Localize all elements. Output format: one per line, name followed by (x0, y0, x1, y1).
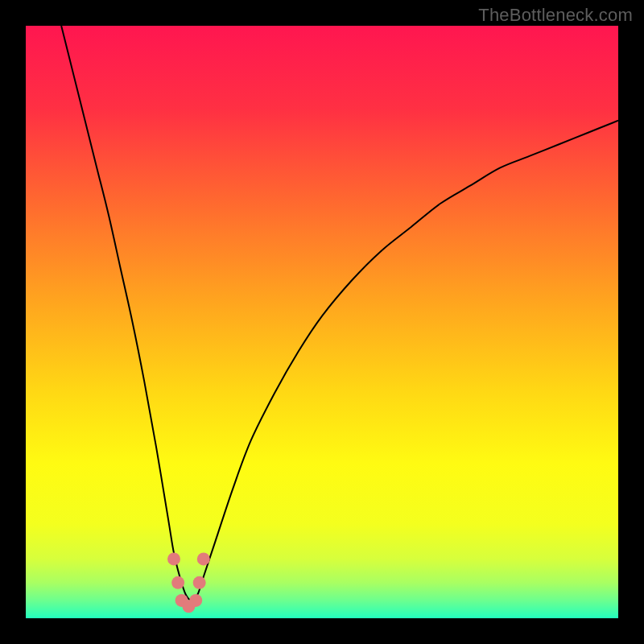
attribution-text: TheBottleneck.com (478, 5, 633, 26)
curve-marker (189, 594, 202, 607)
curve-marker (167, 552, 180, 565)
gradient-bg (26, 26, 618, 618)
plot-area (26, 26, 618, 618)
curve-marker (197, 552, 210, 565)
curve-marker (171, 576, 184, 589)
chart-frame: TheBottleneck.com (0, 0, 644, 644)
curve-marker (193, 576, 206, 589)
chart-svg (26, 26, 618, 618)
